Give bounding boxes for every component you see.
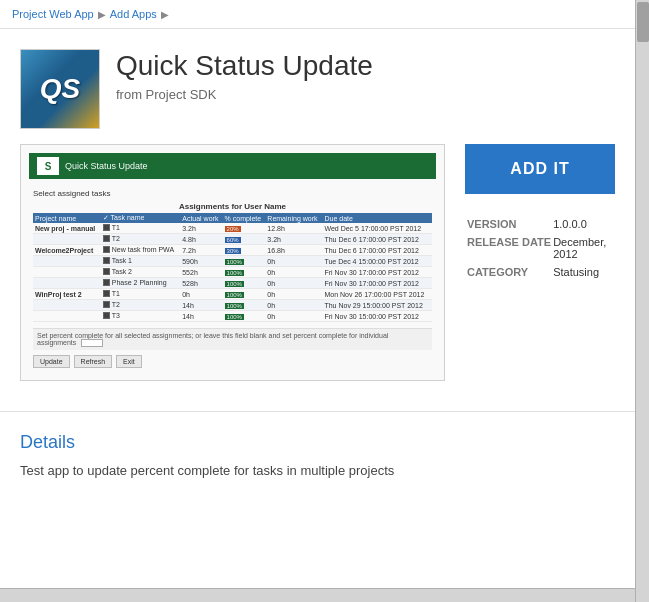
cell-remaining: 0h xyxy=(265,289,322,300)
breadcrumb-sep-2: ▶ xyxy=(161,9,169,20)
cell-task: T1 xyxy=(101,289,180,300)
cell-task: T2 xyxy=(101,300,180,311)
app-header: QS Quick Status Update from Project SDK xyxy=(0,29,635,144)
cell-actual: 4.8h xyxy=(180,234,222,245)
cell-remaining: 3.2h xyxy=(265,234,322,245)
col-actual: Actual work xyxy=(180,213,222,223)
preview-table-title: Assignments for User Name xyxy=(33,202,432,211)
cell-remaining: 12.8h xyxy=(265,223,322,234)
cell-actual: 14h xyxy=(180,311,222,322)
cell-remaining: 0h xyxy=(265,311,322,322)
breadcrumb-link-add-apps[interactable]: Add Apps xyxy=(110,8,157,20)
cell-due: Mon Nov 26 17:00:00 PST 2012 xyxy=(322,289,432,300)
cell-actual: 0h xyxy=(180,289,222,300)
col-project: Project name xyxy=(33,213,101,223)
meta-category-label: CATEGORY xyxy=(467,264,551,280)
app-title-area: Quick Status Update from Project SDK xyxy=(116,49,373,102)
meta-category-row: CATEGORY Statusing xyxy=(467,264,613,280)
cell-task: Task 1 xyxy=(101,256,180,267)
col-task: ✓ Task name xyxy=(101,213,180,223)
cell-remaining: 0h xyxy=(265,256,322,267)
preview-footer-text: Set percent complete for all selected as… xyxy=(33,328,432,350)
cell-project xyxy=(33,234,101,245)
cell-due: Fri Nov 30 17:00:00 PST 2012 xyxy=(322,278,432,289)
cell-actual: 3.2h xyxy=(180,223,222,234)
preview-body: Select assigned tasks Assignments for Us… xyxy=(29,185,436,372)
col-due: Due date xyxy=(322,213,432,223)
table-row: T2 4.8h 60% 3.2h Thu Dec 6 17:00:00 PST … xyxy=(33,234,432,245)
cell-remaining: 0h xyxy=(265,267,322,278)
cell-pct: 100% xyxy=(223,289,266,300)
breadcrumb-link-project-web-app[interactable]: Project Web App xyxy=(12,8,94,20)
cell-project xyxy=(33,267,101,278)
table-row: Task 1 590h 100% 0h Tue Dec 4 15:00:00 P… xyxy=(33,256,432,267)
meta-version-value: 1.0.0.0 xyxy=(553,216,613,232)
preview-buttons: Update Refresh Exit xyxy=(33,355,432,368)
cell-project: Welcome2Project xyxy=(33,245,101,256)
details-section: Details Test app to update percent compl… xyxy=(0,411,635,501)
cell-project xyxy=(33,300,101,311)
col-remaining: Remaining work xyxy=(265,213,322,223)
cell-due: Tue Dec 4 15:00:00 PST 2012 xyxy=(322,256,432,267)
cell-task: T1 xyxy=(101,223,180,234)
meta-table: VERSION 1.0.0.0 RELEASE DATE December, 2… xyxy=(465,214,615,282)
cell-due: Fri Nov 30 17:00:00 PST 2012 xyxy=(322,267,432,278)
content-area: S Quick Status Update Select assigned ta… xyxy=(0,144,635,411)
cell-due: Fri Nov 30 15:00:00 PST 2012 xyxy=(322,311,432,322)
scrollbar-bottom[interactable] xyxy=(0,588,635,602)
cell-project xyxy=(33,311,101,322)
cell-task: New task from PWA xyxy=(101,245,180,256)
add-it-button[interactable]: ADD IT xyxy=(465,144,615,194)
exit-button[interactable]: Exit xyxy=(116,355,142,368)
meta-category-value: Statusing xyxy=(553,264,613,280)
cell-project xyxy=(33,278,101,289)
table-row: Phase 2 Planning 528h 100% 0h Fri Nov 30… xyxy=(33,278,432,289)
table-header-row: Project name ✓ Task name Actual work % c… xyxy=(33,213,432,223)
cell-task: T3 xyxy=(101,311,180,322)
cell-actual: 7.2h xyxy=(180,245,222,256)
table-row: WinProj test 2 T1 0h 100% 0h Mon Nov 26 … xyxy=(33,289,432,300)
app-icon-text: QS xyxy=(40,73,80,105)
table-row: T3 14h 100% 0h Fri Nov 30 15:00:00 PST 2… xyxy=(33,311,432,322)
update-button[interactable]: Update xyxy=(33,355,70,368)
cell-project xyxy=(33,256,101,267)
breadcrumb-sep-1: ▶ xyxy=(98,9,106,20)
cell-project: New proj - manual xyxy=(33,223,101,234)
app-icon: QS xyxy=(20,49,100,129)
cell-pct: 100% xyxy=(223,300,266,311)
cell-task: T2 xyxy=(101,234,180,245)
table-row: Task 2 552h 100% 0h Fri Nov 30 17:00:00 … xyxy=(33,267,432,278)
cell-actual: 590h xyxy=(180,256,222,267)
preview-header: S Quick Status Update xyxy=(29,153,436,179)
cell-project: WinProj test 2 xyxy=(33,289,101,300)
app-preview: S Quick Status Update Select assigned ta… xyxy=(20,144,445,381)
left-panel: S Quick Status Update Select assigned ta… xyxy=(20,144,445,391)
scrollbar-right[interactable] xyxy=(635,0,649,602)
cell-remaining: 16.8h xyxy=(265,245,322,256)
cell-pct: 20% xyxy=(223,223,266,234)
details-text: Test app to update percent complete for … xyxy=(20,461,615,481)
right-panel: ADD IT VERSION 1.0.0.0 RELEASE DATE Dece… xyxy=(445,144,615,391)
meta-version-label: VERSION xyxy=(467,216,551,232)
cell-due: Thu Dec 6 17:00:00 PST 2012 xyxy=(322,234,432,245)
refresh-button[interactable]: Refresh xyxy=(74,355,113,368)
scrollbar-thumb[interactable] xyxy=(637,2,649,42)
cell-actual: 14h xyxy=(180,300,222,311)
cell-remaining: 0h xyxy=(265,300,322,311)
cell-due: Wed Dec 5 17:00:00 PST 2012 xyxy=(322,223,432,234)
cell-pct: 100% xyxy=(223,256,266,267)
cell-pct: 100% xyxy=(223,311,266,322)
table-row: T2 14h 100% 0h Thu Nov 29 15:00:00 PST 2… xyxy=(33,300,432,311)
table-row: New proj - manual T1 3.2h 20% 12.8h Wed … xyxy=(33,223,432,234)
meta-version-row: VERSION 1.0.0.0 xyxy=(467,216,613,232)
preview-table: Project name ✓ Task name Actual work % c… xyxy=(33,213,432,322)
cell-due: Thu Nov 29 15:00:00 PST 2012 xyxy=(322,300,432,311)
meta-release-value: December, 2012 xyxy=(553,234,613,262)
breadcrumb: Project Web App ▶ Add Apps ▶ xyxy=(0,0,635,29)
meta-release-label: RELEASE DATE xyxy=(467,234,551,262)
cell-remaining: 0h xyxy=(265,278,322,289)
cell-pct: 100% xyxy=(223,267,266,278)
cell-pct: 60% xyxy=(223,234,266,245)
cell-pct: 100% xyxy=(223,278,266,289)
details-title: Details xyxy=(20,432,615,453)
